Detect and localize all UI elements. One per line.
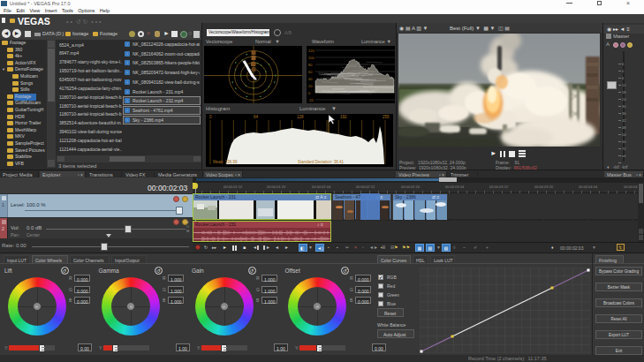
svg-text:-20: -20 <box>308 98 314 102</box>
svg-text:128: 128 <box>297 115 304 119</box>
svg-text:Mean: 136.99: Mean: 136.99 <box>213 160 238 164</box>
svg-text:64: 64 <box>254 115 259 119</box>
svg-text:255: 255 <box>383 115 390 119</box>
svg-text:192: 192 <box>340 115 347 119</box>
svg-text:120: 120 <box>308 49 314 53</box>
svg-text:40: 40 <box>308 77 313 81</box>
svg-text:0: 0 <box>308 91 311 95</box>
svg-text:Standard Deviation: 38.41: Standard Deviation: 38.41 <box>298 160 345 164</box>
svg-text:80: 80 <box>308 63 313 67</box>
svg-text:100: 100 <box>308 56 314 60</box>
svg-text:20: 20 <box>308 84 313 88</box>
svg-text:0: 0 <box>209 115 212 119</box>
svg-text:60: 60 <box>308 70 313 74</box>
